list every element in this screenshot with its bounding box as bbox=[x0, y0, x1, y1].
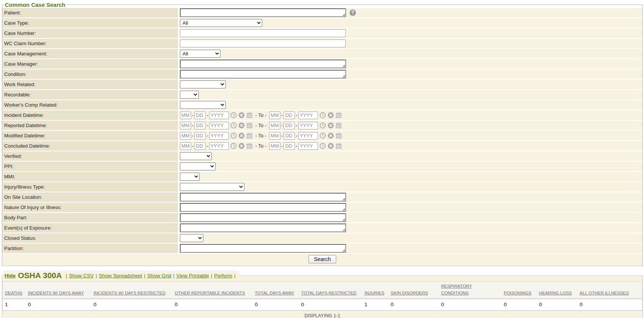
incident-datetime-from-dd-input[interactable] bbox=[194, 112, 206, 119]
modified-datetime-to-dd-input[interactable] bbox=[283, 132, 295, 140]
case-type-select[interactable]: All bbox=[180, 19, 262, 27]
condition-input[interactable] bbox=[180, 70, 346, 79]
worker-s-comp-related-select[interactable] bbox=[180, 101, 226, 109]
ppi-select[interactable] bbox=[180, 162, 216, 170]
clear-date-icon[interactable] bbox=[328, 112, 334, 118]
clock-icon[interactable] bbox=[320, 122, 326, 129]
osha-toolbar: Hide OSHA 300A |Show CSV|Show Spreadshee… bbox=[3, 271, 239, 280]
modified-datetime-from-yyyy-input[interactable] bbox=[209, 132, 229, 140]
clock-icon[interactable] bbox=[320, 112, 326, 118]
concluded-datetime-from-dd-input[interactable] bbox=[194, 142, 206, 150]
concluded-datetime-to-dd-input[interactable] bbox=[283, 142, 295, 150]
column-header-link[interactable]: POISONINGS bbox=[504, 291, 532, 295]
patient-input[interactable] bbox=[180, 8, 346, 17]
incident-datetime-to-dd-input[interactable] bbox=[283, 112, 295, 119]
on-site-location-input[interactable] bbox=[180, 193, 346, 202]
incident-datetime-from-mm-input[interactable] bbox=[180, 112, 191, 119]
body-part-input[interactable] bbox=[180, 213, 346, 222]
reported-datetime-to-dd-input[interactable] bbox=[283, 122, 295, 129]
clock-icon[interactable] bbox=[230, 112, 237, 118]
clock-icon[interactable] bbox=[230, 122, 237, 129]
event-s-of-exposure-input[interactable] bbox=[180, 224, 346, 232]
hide-link[interactable]: Hide bbox=[5, 273, 16, 279]
column-header-poisonings: POISONINGS bbox=[502, 282, 537, 299]
form-row-concluded-datetime: Concluded Datetime:--- To --- bbox=[2, 141, 642, 151]
reported-datetime-to-yyyy-input[interactable] bbox=[298, 122, 318, 129]
recordable-select[interactable] bbox=[180, 91, 199, 99]
incident-datetime-to-mm-input[interactable] bbox=[269, 112, 280, 119]
calendar-icon[interactable] bbox=[335, 143, 342, 149]
concluded-datetime-to-mm-input[interactable] bbox=[269, 142, 280, 150]
help-icon[interactable]: ? bbox=[350, 9, 356, 16]
column-header-link[interactable]: INCIDENTS W/ DAYS RESTRICTED bbox=[94, 291, 166, 295]
osha-summary-table: DEATHSINCIDENTS W/ DAYS AWAYINCIDENTS W/… bbox=[2, 281, 642, 311]
column-header-link[interactable]: TOTAL DAYS RESTRICTED bbox=[301, 291, 357, 295]
reported-datetime-to-mm-input[interactable] bbox=[269, 122, 280, 129]
clear-date-icon[interactable] bbox=[238, 112, 245, 118]
modified-datetime-from-dd-input[interactable] bbox=[194, 132, 206, 140]
clear-date-icon[interactable] bbox=[238, 122, 245, 129]
clock-icon[interactable] bbox=[230, 132, 237, 139]
field-label: Injury/Illness Type: bbox=[2, 182, 178, 192]
calendar-icon[interactable] bbox=[246, 132, 253, 139]
calendar-icon[interactable] bbox=[246, 143, 253, 149]
calendar-icon[interactable] bbox=[335, 132, 342, 139]
calendar-icon[interactable] bbox=[246, 122, 253, 129]
case-management-select[interactable]: All bbox=[180, 50, 220, 58]
field-value-area: --- To --- bbox=[180, 141, 642, 151]
concluded-datetime-to-yyyy-input[interactable] bbox=[298, 142, 318, 150]
osha-table-footer: DISPLAYING 1-1 SHOW ALL bbox=[2, 311, 642, 318]
reported-datetime-from-yyyy-input[interactable] bbox=[209, 122, 229, 129]
column-header-link[interactable]: RESPIRATORY CONDITIONS bbox=[441, 284, 472, 295]
verified-select[interactable] bbox=[180, 152, 212, 160]
show-csv-link[interactable]: Show CSV bbox=[69, 273, 94, 279]
condition-input-wrap bbox=[180, 70, 346, 79]
work-related-select[interactable] bbox=[180, 80, 226, 88]
clock-icon[interactable] bbox=[320, 132, 326, 139]
modified-datetime-from-mm-input[interactable] bbox=[180, 132, 191, 140]
modified-datetime-to-mm-input[interactable] bbox=[269, 132, 280, 140]
column-header-link[interactable]: TOTAL DAYS AWAY bbox=[255, 291, 294, 295]
column-header-other-reportable-incidents: OTHER REPORTABLE INCIDENTS bbox=[173, 282, 253, 299]
clock-icon[interactable] bbox=[230, 143, 237, 149]
injury-illness-type-select[interactable] bbox=[180, 183, 244, 191]
calendar-icon[interactable] bbox=[246, 112, 253, 118]
show-grid-link[interactable]: Show Grid bbox=[147, 273, 171, 279]
closed-status-select[interactable] bbox=[180, 234, 203, 242]
date-separator: - bbox=[296, 133, 297, 139]
field-value-area: All bbox=[180, 18, 642, 28]
column-header-link[interactable]: INJURIES bbox=[365, 291, 384, 295]
reported-datetime-from-mm-input[interactable] bbox=[180, 122, 191, 129]
reported-datetime-from-dd-input[interactable] bbox=[194, 122, 206, 129]
calendar-icon[interactable] bbox=[335, 112, 342, 118]
case-number-input[interactable] bbox=[180, 29, 346, 37]
concluded-datetime-from-yyyy-input[interactable] bbox=[209, 142, 229, 150]
calendar-icon[interactable] bbox=[335, 122, 342, 129]
column-header-link[interactable]: ALL OTHER ILLNESSES bbox=[580, 291, 629, 295]
perform-link[interactable]: Perform bbox=[214, 273, 232, 279]
partition-input[interactable] bbox=[180, 244, 346, 253]
clear-date-icon[interactable] bbox=[328, 122, 334, 129]
column-header-link[interactable]: SKIN DISORDERS bbox=[391, 291, 428, 295]
nature-of-injury-or-illness-input[interactable] bbox=[180, 203, 346, 212]
mmi-select[interactable] bbox=[180, 173, 200, 181]
case-manager-input[interactable] bbox=[180, 60, 346, 68]
form-row-incident-datetime: Incident Datetime:--- To --- bbox=[2, 110, 642, 120]
column-header-link[interactable]: DEATHS bbox=[5, 291, 22, 295]
column-header-link[interactable]: INCIDENTS W/ DAYS AWAY bbox=[28, 291, 84, 295]
concluded-datetime-from-mm-input[interactable] bbox=[180, 142, 191, 150]
wc-claim-number-input[interactable] bbox=[180, 39, 346, 47]
incident-datetime-to-yyyy-input[interactable] bbox=[298, 112, 318, 119]
clear-date-icon[interactable] bbox=[238, 143, 245, 149]
column-header-link[interactable]: HEARING LOSS bbox=[539, 291, 572, 295]
column-header-link[interactable]: OTHER REPORTABLE INCIDENTS bbox=[175, 291, 245, 295]
clear-date-icon[interactable] bbox=[328, 132, 334, 139]
show-spreadsheet-link[interactable]: Show Spreadsheet bbox=[99, 273, 142, 279]
clear-date-icon[interactable] bbox=[328, 143, 334, 149]
modified-datetime-to-yyyy-input[interactable] bbox=[298, 132, 318, 140]
view-printable-link[interactable]: View Printable bbox=[176, 273, 209, 279]
clear-date-icon[interactable] bbox=[238, 132, 245, 139]
search-button[interactable]: Search bbox=[309, 255, 336, 263]
clock-icon[interactable] bbox=[320, 143, 326, 149]
incident-datetime-from-yyyy-input[interactable] bbox=[209, 112, 229, 119]
